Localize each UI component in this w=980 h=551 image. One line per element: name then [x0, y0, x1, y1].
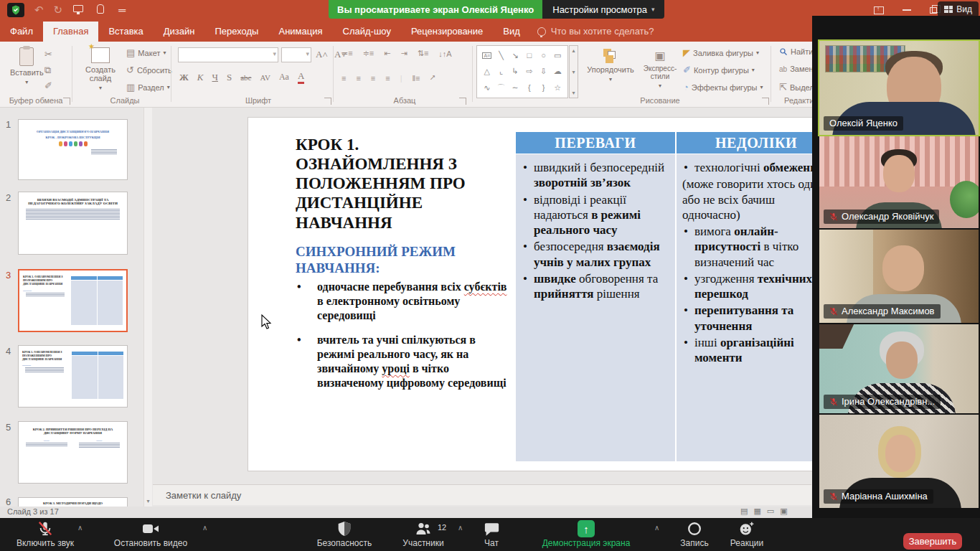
- touch-mode-icon[interactable]: [95, 4, 108, 16]
- tab-insert[interactable]: Вставка: [98, 22, 153, 42]
- justify-button[interactable]: ≡: [385, 74, 390, 83]
- cut-button[interactable]: ✂: [44, 49, 52, 60]
- qat-customize-icon[interactable]: ═: [118, 4, 126, 16]
- char-spacing-button[interactable]: AV: [260, 73, 270, 82]
- slide-thumbnail-2[interactable]: ШЛЯХИ ВЗАЄМОДІЇ АДМІНІСТРАЦІЇ ТА ПЕДАГОГ…: [18, 192, 128, 255]
- shapes-gallery-scrollbar[interactable]: ▴▾▾: [569, 45, 578, 98]
- shapes-gallery[interactable]: A≡ ╲↘□○▭ △⌞↳⇨⇩☁ ∿⌒∼{}☆: [476, 45, 568, 98]
- text-shadow-button[interactable]: S: [227, 72, 232, 83]
- font-dialog-launcher[interactable]: [324, 98, 331, 105]
- arrange-button[interactable]: Упорядочить▾: [584, 49, 637, 83]
- stop-video-button[interactable]: Остановить видео: [93, 520, 208, 548]
- video-tile[interactable]: Олександр Яковійчук: [819, 136, 979, 228]
- layout-button[interactable]: ▤Макет▾: [126, 47, 166, 58]
- slideshow-view-icon[interactable]: ▣: [780, 507, 787, 516]
- change-case-button[interactable]: Aa: [279, 72, 289, 83]
- underline-button[interactable]: Ч: [212, 72, 218, 83]
- tab-view[interactable]: Вид: [493, 22, 530, 42]
- ribbon-display-options-icon[interactable]: [874, 6, 884, 14]
- video-tile-speaker[interactable]: Олексій Яценко: [819, 41, 979, 135]
- italic-button[interactable]: К: [197, 72, 204, 83]
- tab-home[interactable]: Главная: [43, 22, 98, 42]
- normal-view-icon[interactable]: ▤: [740, 507, 748, 516]
- align-center-button[interactable]: ≡: [356, 74, 360, 83]
- increase-indent-button[interactable]: ⇥: [401, 49, 407, 58]
- slide-thumbnail-5[interactable]: КРОК 2. ПРИЙНЯТТЯ РІШЕННЯ ПРО ПЕРЕХІД НА…: [18, 421, 128, 484]
- record-button[interactable]: Запись: [673, 520, 716, 548]
- chat-button[interactable]: Чат: [473, 520, 509, 548]
- comparison-table[interactable]: ПЕРЕВАГИ НЕДОЛІКИ швидкий і безпосередні…: [516, 132, 836, 461]
- line-spacing-button[interactable]: ⇅≡: [418, 49, 429, 58]
- minimize-icon[interactable]: [903, 9, 911, 11]
- paragraph-dialog-launcher[interactable]: [459, 98, 466, 105]
- tell-me-search[interactable]: Что вы хотите сделать?: [530, 22, 661, 42]
- quick-styles-button[interactable]: ▣ Экспресс-стили▾: [639, 49, 682, 89]
- format-painter-button[interactable]: ✐: [44, 80, 52, 91]
- font-size-combobox[interactable]: [281, 47, 311, 62]
- share-screen-button[interactable]: ↑ Демонстрация экрана: [521, 520, 651, 548]
- slide-bullets[interactable]: одночасне перебування всіх субєктів в ел…: [296, 280, 511, 400]
- slide-thumbnail-6[interactable]: КРОК 3. МЕТОДИЧНІ ПОРАДИ ЩОДО: [18, 497, 128, 507]
- align-left-button[interactable]: ≡: [341, 74, 346, 83]
- convert-smartart-button[interactable]: ⭧: [430, 73, 435, 83]
- restore-icon[interactable]: [930, 7, 937, 14]
- mic-options-chevron[interactable]: ∧: [77, 524, 83, 532]
- start-slideshow-icon[interactable]: [72, 4, 85, 16]
- video-tile[interactable]: Ірина Олександрівн...: [819, 324, 979, 413]
- new-slide-button[interactable]: Создать слайд▾: [80, 47, 121, 91]
- shape-effects-button[interactable]: ◔Эффекты фигуры▾: [683, 82, 763, 93]
- notes-pane[interactable]: Заметки к слайду: [153, 484, 811, 505]
- drawing-dialog-launcher[interactable]: [762, 98, 769, 105]
- strikethrough-button[interactable]: abc: [240, 73, 251, 82]
- slide-thumbnail-1[interactable]: ОРГАНІЗАЦІЯ ДИСТАНЦІЙНОГО НАВЧАННЯ КРОК …: [18, 119, 128, 180]
- decrease-indent-button[interactable]: ⇤: [384, 49, 390, 58]
- reading-view-icon[interactable]: ▭: [767, 507, 774, 516]
- slide-title[interactable]: КРОК 1. ОЗНАЙОМЛЕННЯ З ПОЛОЖЕННЯМ ПРО ДИ…: [296, 135, 473, 232]
- align-right-button[interactable]: ≡: [371, 74, 375, 83]
- reset-button[interactable]: ↺Сбросить: [126, 65, 172, 75]
- find-button[interactable]: Найти: [779, 47, 813, 56]
- bold-button[interactable]: Ж: [179, 72, 189, 83]
- view-options-button[interactable]: Настройки просмотра ▾: [542, 0, 664, 19]
- zoom-view-button[interactable]: Вид: [938, 1, 979, 17]
- participants-button[interactable]: Участники: [387, 520, 459, 548]
- slide-thumbnails-panel: 1 ОРГАНІЗАЦІЯ ДИСТАНЦІЙНОГО НАВЧАННЯ КРО…: [0, 108, 143, 507]
- video-options-chevron[interactable]: ∧: [202, 524, 207, 532]
- slide-thumbnail-4[interactable]: КРОК 1. ОЗНАЙОМЛЕННЯ З ПОЛОЖЕННЯМ ПРО ДИ…: [18, 345, 128, 408]
- unmute-button[interactable]: Включить звук: [6, 520, 85, 548]
- grow-font-button[interactable]: A˄: [316, 49, 328, 60]
- numbering-button[interactable]: ≑≡: [363, 49, 374, 58]
- share-options-chevron[interactable]: ∧: [654, 524, 659, 532]
- columns-button[interactable]: ‖≡: [413, 74, 420, 83]
- slide-sorter-icon[interactable]: ▦: [753, 507, 760, 516]
- tab-transitions[interactable]: Переходы: [204, 22, 268, 42]
- video-tile[interactable]: Маріанна Ашихміна: [819, 415, 979, 508]
- font-name-combobox[interactable]: [178, 47, 278, 62]
- tab-file[interactable]: Файл: [0, 22, 43, 42]
- redo-icon[interactable]: ↻: [54, 4, 63, 17]
- slide-subtitle[interactable]: СИНХРОННИЙ РЕЖИМ НАВЧАННЯ:: [296, 244, 475, 277]
- tab-animations[interactable]: Анимация: [268, 22, 332, 42]
- undo-icon[interactable]: ↶: [34, 4, 44, 17]
- viewing-screen-label: Вы просматриваете экран Олексій Яценко: [329, 0, 542, 19]
- paste-button[interactable]: Вставить▾: [10, 47, 44, 85]
- participants-options-chevron[interactable]: ∧: [458, 524, 463, 532]
- section-button[interactable]: ▥Раздел▾: [126, 82, 170, 93]
- clipboard-dialog-launcher[interactable]: [63, 98, 70, 105]
- thumbnails-scrollbar[interactable]: ▾: [143, 108, 152, 507]
- tab-review[interactable]: Рецензирование: [401, 22, 493, 42]
- tab-design[interactable]: Дизайн: [154, 22, 205, 42]
- shape-outline-button[interactable]: ✐Контур фигуры▾: [683, 65, 755, 75]
- tab-slideshow[interactable]: Слайд-шоу: [333, 22, 401, 42]
- shape-fill-button[interactable]: ◤Заливка фигуры▾: [683, 47, 759, 58]
- security-button[interactable]: Безопасность: [304, 520, 385, 548]
- copy-button[interactable]: ⧉: [44, 65, 51, 76]
- slide-thumbnail-3-current[interactable]: КРОК 1. ОЗНАЙОМЛЕННЯ З ПОЛОЖЕННЯМ ПРО ДИ…: [18, 269, 128, 332]
- font-color-button[interactable]: A: [298, 70, 304, 84]
- reactions-button[interactable]: Реакции: [723, 520, 771, 548]
- end-meeting-button[interactable]: Завершить: [903, 533, 962, 550]
- scroll-down-icon[interactable]: ▾: [144, 496, 152, 507]
- bullets-button[interactable]: ≖≡: [341, 49, 353, 58]
- text-direction-button[interactable]: ↓↑A: [438, 50, 451, 58]
- video-tile[interactable]: Александр Максимов: [819, 230, 979, 323]
